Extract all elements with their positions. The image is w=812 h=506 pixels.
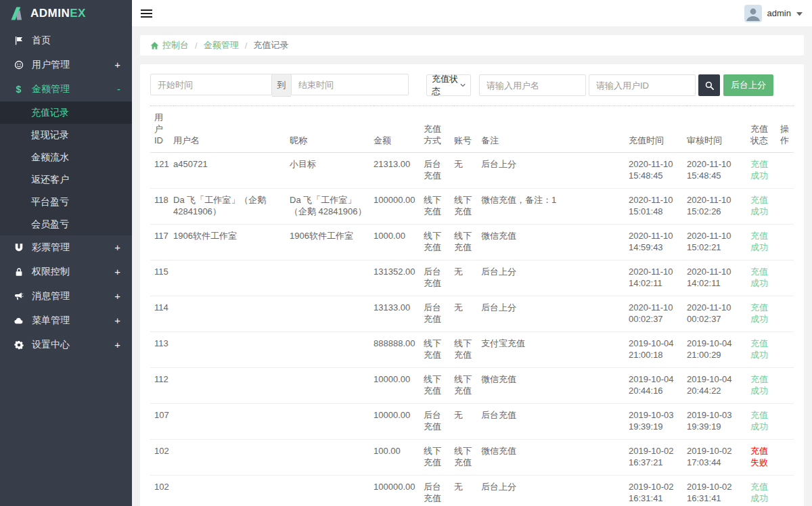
cell-recharge_time: 2020-11-10 14:59:43 xyxy=(629,225,687,260)
column-header-remark: 备注 xyxy=(481,106,629,153)
sidebar-item-彩票管理[interactable]: 彩票管理+ xyxy=(0,235,132,260)
main-area: admin 控制台 / 金额管理 / 充值记录 xyxy=(132,0,812,506)
sidebar-item-菜单管理[interactable]: 菜单管理+ xyxy=(0,308,132,333)
breadcrumb-current: 充值记录 xyxy=(253,39,288,51)
cell-audit_time: 2020-11-10 15:02:21 xyxy=(687,225,750,260)
expand-toggle-icon: + xyxy=(114,308,120,333)
start-time-input[interactable] xyxy=(150,74,272,95)
cell-method: 线下充值 xyxy=(424,368,454,404)
cell-user_id: 107 xyxy=(150,404,173,440)
cell-username xyxy=(173,332,290,368)
column-header-recharge_time: 充值时间 xyxy=(629,106,687,153)
lock-icon xyxy=(13,267,24,277)
cell-nickname xyxy=(290,440,374,476)
cell-audit_time: 2019-10-03 19:39:19 xyxy=(687,404,750,440)
cell-nickname: 小目标 xyxy=(290,153,374,189)
sidebar-item-首页[interactable]: 首页 xyxy=(0,28,132,53)
breadcrumb-console-link[interactable]: 控制台 xyxy=(150,39,189,51)
cell-audit_time: 2019-10-04 20:44:22 xyxy=(687,368,750,404)
cell-recharge_time: 2019-10-02 16:37:21 xyxy=(629,440,687,476)
cell-action xyxy=(780,296,794,332)
search-icon xyxy=(704,80,715,91)
sidebar-subitem-会员盈亏[interactable]: 会员盈亏 xyxy=(0,213,132,235)
backstage-add-points-button[interactable]: 后台上分 xyxy=(723,74,773,96)
cell-nickname xyxy=(290,368,374,404)
expand-toggle-icon: + xyxy=(114,284,120,308)
logo-icon xyxy=(9,5,26,22)
cell-username xyxy=(173,296,290,332)
sidebar: ADMINEX 首页用户管理+$金额管理-充值记录提现记录金额流水返还客户平台盈… xyxy=(0,0,132,506)
sidebar-item-金额管理[interactable]: $金额管理- xyxy=(0,77,132,101)
cell-amount: 10000.00 xyxy=(374,404,424,440)
end-time-input[interactable] xyxy=(291,74,409,95)
breadcrumb-separator: / xyxy=(245,41,248,51)
column-header-nickname: 昵称 xyxy=(290,106,374,153)
expand-toggle-icon: + xyxy=(114,53,120,77)
cell-remark: 后台充值 xyxy=(481,404,629,440)
userid-input[interactable] xyxy=(589,74,696,96)
cell-method: 后台充值 xyxy=(424,404,454,440)
sidebar-item-用户管理[interactable]: 用户管理+ xyxy=(0,53,132,77)
cell-method: 后台充值 xyxy=(424,260,454,296)
sidebar-subitem-返还客户[interactable]: 返还客户 xyxy=(0,168,132,191)
home-icon xyxy=(150,41,159,50)
cell-amount: 100000.00 xyxy=(374,189,424,225)
cell-status: 充值成功 xyxy=(750,260,780,296)
cell-account: 线下充值 xyxy=(454,225,481,260)
user-menu[interactable]: admin xyxy=(744,5,803,22)
cell-username xyxy=(173,476,290,506)
sidebar-item-消息管理[interactable]: 消息管理+ xyxy=(0,284,132,308)
magnet-icon xyxy=(13,243,24,252)
sidebar-item-label: 设置中心 xyxy=(32,339,70,351)
cell-recharge_time: 2019-10-03 19:39:19 xyxy=(629,404,687,440)
cell-user_id: 115 xyxy=(150,260,173,296)
column-header-amount: 金额 xyxy=(374,106,424,153)
column-header-account: 账号 xyxy=(454,106,481,153)
sidebar-subitem-金额流水[interactable]: 金额流水 xyxy=(0,146,132,168)
chevron-down-icon xyxy=(460,83,466,87)
table-row: 102100.00线下充值线下充值微信充值2019-10-02 16:37:21… xyxy=(150,440,794,476)
logo[interactable]: ADMINEX xyxy=(0,0,132,27)
recharge-records-table: 用户ID用户名昵称金额充值方式账号备注充值时间审核时间充值状态操作 121a45… xyxy=(150,106,794,506)
column-header-username: 用户名 xyxy=(173,106,290,153)
table-row: 118Da 飞「工作室」（企鹅 42841906）Da 飞「工作室」（企鹅 42… xyxy=(150,189,794,225)
sidebar-item-label: 菜单管理 xyxy=(32,315,70,327)
cell-audit_time: 2019-10-02 17:03:44 xyxy=(687,440,750,476)
sidebar-item-设置中心[interactable]: 设置中心+ xyxy=(0,333,132,357)
cell-account: 线下充值 xyxy=(454,368,481,404)
cell-remark: 后台上分 xyxy=(481,260,629,296)
cell-status: 充值成功 xyxy=(750,404,780,440)
sidebar-item-label: 用户管理 xyxy=(32,59,70,71)
sidebar-item-权限控制[interactable]: 权限控制+ xyxy=(0,260,132,284)
table-row: 11210000.00线下充值线下充值微信充值2019-10-04 20:44:… xyxy=(150,368,794,404)
cell-action xyxy=(780,153,794,189)
flag-icon xyxy=(13,36,24,45)
table-header-row: 用户ID用户名昵称金额充值方式账号备注充值时间审核时间充值状态操作 xyxy=(150,106,794,153)
cell-account: 无 xyxy=(454,476,481,506)
recharge-status-select[interactable]: 充值状态 xyxy=(426,74,471,96)
cell-method: 线下充值 xyxy=(424,225,454,260)
username-label: admin xyxy=(767,8,791,18)
column-header-status: 充值状态 xyxy=(750,106,780,153)
breadcrumb-money-link[interactable]: 金额管理 xyxy=(204,39,239,51)
cell-nickname: 1906软件工作室 xyxy=(290,225,374,260)
recharge-records-panel: 到 充值状态 后台上分 xyxy=(140,64,804,506)
cell-nickname xyxy=(290,476,374,506)
gear-icon xyxy=(13,340,24,350)
sidebar-subitem-充值记录[interactable]: 充值记录 xyxy=(0,101,132,124)
table-body: 121a450721小目标21313.00后台充值无后台上分2020-11-10… xyxy=(150,153,794,506)
chevron-down-icon xyxy=(796,12,803,16)
cell-method: 后台充值 xyxy=(424,476,454,506)
cell-status: 充值成功 xyxy=(750,225,780,260)
expand-toggle-icon: + xyxy=(114,260,120,284)
search-button[interactable] xyxy=(698,74,720,96)
cell-user_id: 118 xyxy=(150,189,173,225)
cell-amount: 131352.00 xyxy=(374,260,424,296)
cell-account: 无 xyxy=(454,296,481,332)
sidebar-subitem-提现记录[interactable]: 提现记录 xyxy=(0,124,132,146)
username-input[interactable] xyxy=(479,74,586,96)
filter-bar: 到 充值状态 后台上分 xyxy=(150,74,794,97)
sidebar-subitem-平台盈亏[interactable]: 平台盈亏 xyxy=(0,191,132,213)
hamburger-menu-icon[interactable] xyxy=(139,6,153,21)
cell-username xyxy=(173,404,290,440)
